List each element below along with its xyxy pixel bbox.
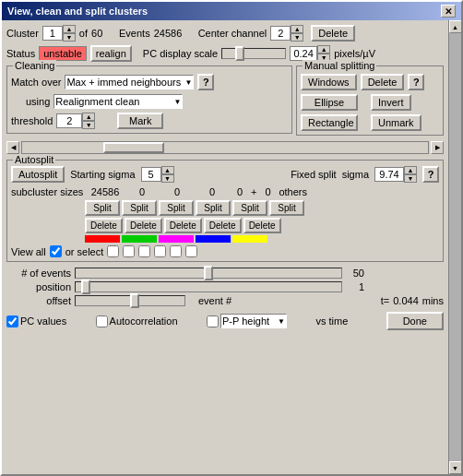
center-channel-value[interactable] — [270, 26, 291, 41]
threshold-down[interactable]: ▼ — [82, 121, 95, 129]
center-channel-spinner[interactable]: ▲ ▼ — [270, 25, 303, 42]
vsb-track[interactable] — [449, 33, 462, 461]
select-cb-2[interactable] — [138, 245, 150, 257]
pc-values-label: PC values — [20, 315, 66, 327]
delete-btn-4[interactable]: Delete — [243, 218, 281, 233]
color-bar-0 — [85, 235, 120, 243]
scroll-up-button[interactable]: ▲ — [449, 20, 462, 33]
offset-slider[interactable] — [75, 295, 185, 306]
invert-button[interactable]: Invert — [371, 94, 411, 111]
match-select[interactable]: Max + immed neighbours — [65, 75, 194, 89]
subcluster-sizes-label: subcluster sizes — [11, 186, 85, 197]
mins-label: mins — [422, 295, 444, 306]
cluster-label: Cluster — [6, 28, 39, 39]
events-slider-value: 50 — [346, 268, 364, 279]
done-button[interactable]: Done — [386, 312, 444, 330]
delete-btn-0[interactable]: Delete — [85, 218, 123, 233]
split-btn-3[interactable]: Split — [196, 200, 231, 216]
delete-btn-1[interactable]: Delete — [125, 218, 162, 233]
ellipse-button[interactable]: Ellipse — [301, 94, 358, 111]
view-all-row: View all or select — [11, 245, 439, 257]
autocorrelation-checkbox[interactable] — [96, 315, 108, 327]
autosplit-help-button[interactable]: ? — [422, 166, 439, 183]
delete-btn-3[interactable]: Delete — [204, 218, 242, 233]
using-select-wrapper[interactable]: Realignment clean — [53, 94, 183, 109]
scroll-right-button[interactable]: ▶ — [431, 141, 444, 154]
scale-value[interactable] — [290, 46, 317, 61]
sigma-down[interactable]: ▼ — [404, 174, 417, 183]
pp-select[interactable]: P-P height — [220, 314, 287, 328]
autosplit-button[interactable]: Autosplit — [11, 166, 65, 183]
cluster-up[interactable]: ▲ — [63, 25, 76, 33]
threshold-spinner[interactable]: ▲ ▼ — [56, 113, 95, 129]
center-channel-down[interactable]: ▼ — [291, 33, 303, 42]
split-btn-5[interactable]: Split — [269, 200, 304, 216]
sigma-value[interactable] — [374, 167, 404, 182]
events-slider[interactable] — [75, 268, 342, 279]
position-label: position — [6, 281, 71, 292]
cleaning-label: Cleaning — [13, 60, 56, 71]
threshold-value[interactable] — [56, 113, 82, 128]
delete-btn-2[interactable]: Delete — [164, 218, 202, 233]
split-row: Split Split Split Split Split Split — [11, 200, 439, 216]
pc-scale-slider[interactable] — [221, 48, 286, 59]
realign-button[interactable]: realign — [90, 45, 132, 62]
cluster-down[interactable]: ▼ — [63, 33, 76, 42]
threshold-up[interactable]: ▲ — [82, 113, 95, 121]
top-two-cols: Cleaning Match over Max + immed neighbou… — [6, 65, 444, 136]
subcluster-sizes-row: subcluster sizes 24586 0 0 0 0 + 0 other… — [11, 186, 439, 197]
color-bar-1 — [122, 235, 157, 243]
subcluster-val-4: 0 — [231, 186, 249, 197]
position-slider[interactable] — [75, 281, 342, 292]
waveform-scrollbar-row: ◀ ▶ — [6, 141, 444, 154]
autocorrelation-label: Autocorrelation — [110, 315, 178, 327]
select-cb-4[interactable] — [170, 245, 182, 257]
view-all-label: View all — [11, 246, 46, 257]
unmark-button[interactable]: Unmark — [371, 114, 421, 131]
starting-sigma-down[interactable]: ▼ — [161, 174, 174, 183]
sigma-spinner[interactable]: ▲ ▼ — [374, 166, 417, 183]
select-cb-3[interactable] — [154, 245, 166, 257]
pc-values-checkbox[interactable] — [6, 315, 18, 327]
center-channel-up[interactable]: ▲ — [291, 25, 303, 33]
select-cb-1[interactable] — [123, 245, 135, 257]
starting-sigma-spinner[interactable]: ▲ ▼ — [141, 166, 174, 183]
rectangle-button[interactable]: Rectangle — [301, 114, 358, 131]
of-label: of — [79, 28, 88, 39]
waveform-scrolltrack[interactable] — [21, 141, 429, 154]
split-btn-1[interactable]: Split — [122, 200, 157, 216]
close-button[interactable]: ✕ — [441, 5, 456, 18]
manual-splitting-label: Manual splitting — [303, 60, 376, 71]
cluster-row: Cluster ▲ ▼ of 60 Events 24586 Center ch… — [6, 25, 444, 42]
scroll-left-button[interactable]: ◀ — [6, 141, 19, 154]
split-btn-0[interactable]: Split — [85, 200, 120, 216]
view-all-checkbox[interactable] — [50, 245, 62, 257]
autocorrelation-check: Autocorrelation — [96, 315, 178, 327]
windows-button[interactable]: Windows — [301, 74, 357, 90]
match-select-wrapper[interactable]: Max + immed neighbours — [65, 75, 194, 89]
match-help-button[interactable]: ? — [197, 74, 214, 90]
bottom-section: # of events 50 position 1 offset event #… — [6, 266, 444, 332]
cluster-value[interactable] — [42, 26, 63, 41]
scale-up[interactable]: ▲ — [317, 45, 330, 54]
sigma-up[interactable]: ▲ — [404, 166, 417, 174]
pp-select-wrapper[interactable]: P-P height — [220, 314, 287, 328]
threshold-label: threshold — [11, 115, 53, 126]
event-num-label: event # — [198, 295, 232, 306]
mark-button[interactable]: Mark — [117, 113, 163, 129]
select-cb-0[interactable] — [107, 245, 119, 257]
starting-sigma-up[interactable]: ▲ — [161, 166, 174, 174]
manual-delete-button[interactable]: Delete — [361, 74, 405, 90]
using-select[interactable]: Realignment clean — [53, 94, 183, 109]
split-btn-4[interactable]: Split — [232, 200, 267, 216]
header-delete-button[interactable]: Delete — [311, 25, 355, 42]
titlebar: View, clean and split clusters ✕ — [2, 2, 461, 20]
cluster-spinner[interactable]: ▲ ▼ — [42, 25, 76, 42]
manual-help-button[interactable]: ? — [408, 74, 424, 90]
scroll-down-button[interactable]: ▼ — [449, 461, 462, 474]
starting-sigma-value[interactable] — [141, 167, 161, 182]
split-btn-2[interactable]: Split — [159, 200, 194, 216]
pc-values-check: PC values — [6, 315, 66, 327]
pp-height-checkbox[interactable] — [207, 315, 219, 327]
select-cb-5[interactable] — [185, 245, 197, 257]
